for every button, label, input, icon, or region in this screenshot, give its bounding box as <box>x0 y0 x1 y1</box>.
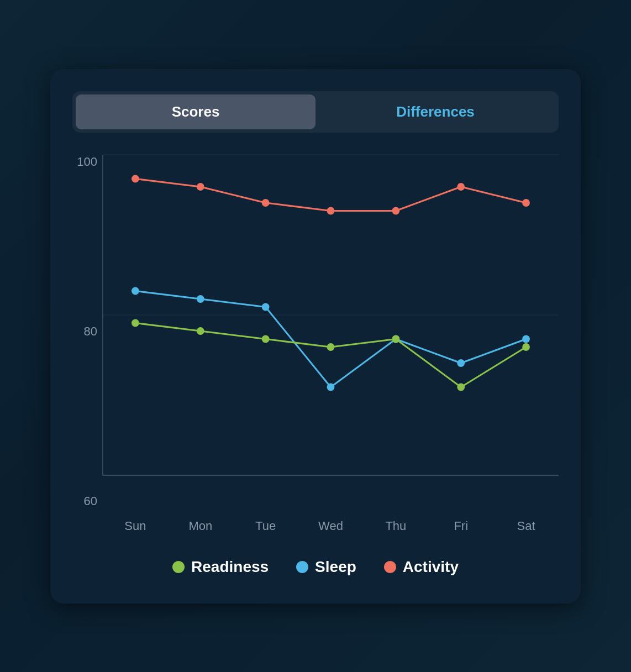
sleep-legend-dot <box>296 561 308 573</box>
sleep-dot-sat <box>522 335 530 343</box>
x-label-fri: Fri <box>428 519 493 533</box>
tab-differences[interactable]: Differences <box>316 95 555 129</box>
activity-legend-label: Activity <box>403 558 459 576</box>
readiness-dot-fri <box>457 383 465 391</box>
readiness-legend-dot <box>172 561 185 573</box>
activity-dot-sun <box>132 175 139 182</box>
tab-bar: Scores Differences <box>72 91 559 133</box>
readiness-dot-thu <box>392 335 399 343</box>
legend-sleep: Sleep <box>296 558 356 576</box>
activity-dot-thu <box>392 207 399 214</box>
activity-dot-fri <box>457 183 465 191</box>
activity-dot-tue <box>262 199 270 207</box>
x-label-wed: Wed <box>298 519 364 533</box>
legend-activity: Activity <box>384 558 459 576</box>
activity-dot-wed <box>327 207 335 214</box>
activity-legend-dot <box>384 561 396 573</box>
sleep-legend-label: Sleep <box>315 558 356 576</box>
chart-area: 100 80 60 <box>72 155 559 542</box>
x-label-thu: Thu <box>363 519 428 533</box>
sleep-dot-mon <box>197 295 204 303</box>
x-label-mon: Mon <box>168 519 233 533</box>
tab-scores[interactable]: Scores <box>76 95 316 129</box>
sleep-dot-sun <box>132 287 139 295</box>
x-label-sat: Sat <box>493 519 559 533</box>
y-label-80: 80 <box>84 324 97 339</box>
main-card: Scores Differences 100 80 60 <box>50 69 581 603</box>
sleep-dot-wed <box>327 383 335 391</box>
chart-legend: Readiness Sleep Activity <box>72 558 559 576</box>
readiness-dot-tue <box>262 335 270 343</box>
sleep-dot-tue <box>262 303 270 311</box>
readiness-line <box>135 323 526 387</box>
sleep-line <box>135 291 526 387</box>
chart-plot <box>103 155 559 508</box>
activity-line <box>135 179 526 211</box>
activity-dot-mon <box>197 183 204 191</box>
activity-dot-sat <box>522 199 530 207</box>
tab-scores-label: Scores <box>172 103 220 120</box>
readiness-legend-label: Readiness <box>191 558 269 576</box>
readiness-dot-wed <box>327 343 335 351</box>
tab-differences-label: Differences <box>396 103 475 120</box>
chart-svg <box>103 155 559 508</box>
readiness-dot-sat <box>522 343 530 351</box>
readiness-dot-sun <box>132 319 139 327</box>
y-axis: 100 80 60 <box>72 155 103 508</box>
y-label-60: 60 <box>84 494 97 508</box>
readiness-dot-mon <box>197 327 204 335</box>
x-axis: Sun Mon Tue Wed Thu Fri Sat <box>103 511 559 542</box>
y-label-100: 100 <box>77 155 97 169</box>
legend-readiness: Readiness <box>172 558 269 576</box>
sleep-dot-fri <box>457 359 465 367</box>
x-label-tue: Tue <box>233 519 298 533</box>
x-label-sun: Sun <box>103 519 168 533</box>
